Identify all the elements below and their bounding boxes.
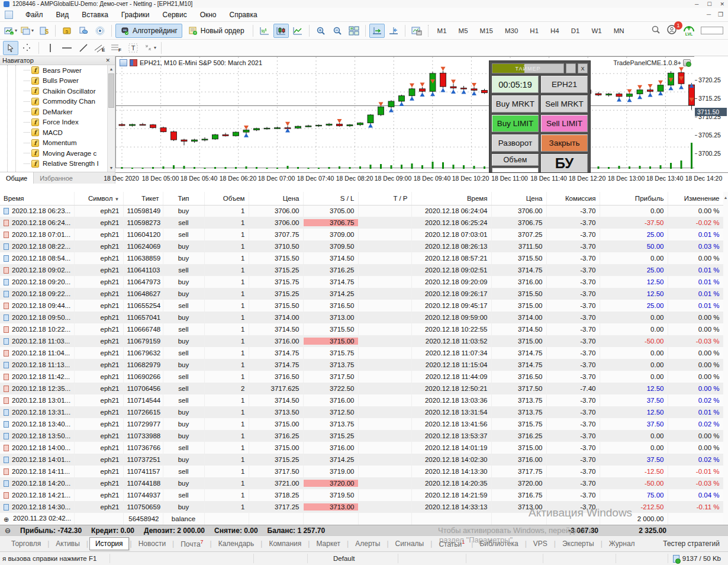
history-row[interactable]: 2020.12.18 08:22...eph21110624069buy1371… [0,240,723,252]
time-axis[interactable]: 18 Dec 202018 Dec 05:0018 Dec 05:4018 De… [115,172,728,183]
navigator-tab[interactable]: Общие [0,172,34,184]
toolbox-tab[interactable]: Эксперты [557,538,600,550]
symbol-button[interactable]: EPH21 [541,76,588,93]
history-row[interactable]: 2020.12.18 14:30...eph21110750659buy1371… [0,501,723,513]
sell-mrkt-button[interactable]: Sell MRKT [541,95,588,113]
chart-plot[interactable]: EPH21, M10 E-Mini S&P 500: March 2021 Tr… [115,56,694,168]
column-header[interactable]: Время [0,192,74,205]
mdi-minimize-icon[interactable]: ─ [707,11,711,18]
template-icon[interactable] [409,24,424,38]
history-row[interactable]: 2020.12.18 13:31...eph21110726615buy1371… [0,406,723,418]
chart-shift-icon[interactable] [386,24,401,38]
toolbox-tab[interactable]: Библиотека [474,538,523,550]
timeframe-button[interactable]: D1 [565,25,586,37]
toolbox-tab[interactable]: Торговля [6,538,46,550]
toolbox-tab[interactable]: Почта7 [175,537,208,550]
text-tool-icon[interactable]: T [125,41,141,55]
navigator-close-icon[interactable]: ✕ [103,57,112,63]
history-row[interactable]: 2020.12.18 09:22...eph21110648627buy1371… [0,288,723,300]
equidistant-channel-tool-icon[interactable]: E [92,41,108,55]
navigator-item[interactable]: fDeMarker [0,107,115,117]
history-row[interactable]: 2020.12.18 11:13...eph21110682979buy1371… [0,359,723,371]
history-row[interactable]: 2020.12.18 14:00...eph21110736766sell137… [0,442,723,454]
chart-profiles-button[interactable]: ▾ [20,24,35,38]
timeframe-button[interactable]: H1 [524,25,545,37]
timeframe-button[interactable]: M15 [474,25,499,37]
chart-area[interactable]: EPH21, M10 E-Mini S&P 500: March 2021 Tr… [115,56,728,184]
cursor-tool-icon[interactable] [3,41,18,55]
lvl-icon[interactable]: LVL [683,25,695,36]
navigator-item[interactable]: fCommodity Chan [0,97,115,107]
menu-item[interactable]: Графики [115,9,156,21]
collapse-icon[interactable]: ⊖ [5,527,11,535]
history-row[interactable]: 2020.12.18 11:04...eph21110679632sell137… [0,347,723,359]
timeframe-button[interactable]: M5 [453,25,474,37]
history-row[interactable]: 2020.12.18 08:54...eph21110638859buy1371… [0,252,723,264]
navigator-item[interactable]: fBears Power [0,65,115,76]
crosshair-tool-icon[interactable] [20,41,35,55]
toolbox-tab[interactable]: VPS [528,538,553,550]
minimize-icon[interactable]: ─ [695,1,698,7]
history-row[interactable]: ⊕2020.11.23 02:42...56458942balance2 000… [0,513,723,525]
column-header[interactable]: Комиссия [546,192,600,205]
column-header[interactable]: T / P [358,192,411,205]
menu-item[interactable]: Окно [194,9,223,21]
toolbox-tab[interactable]: Компания [263,538,307,550]
menu-item[interactable]: Сервис [156,9,194,21]
symbols-button[interactable]: $ [36,24,51,38]
column-header[interactable]: Цена [491,192,546,205]
navigator-scrollbar[interactable]: ▲ ▼ [107,65,115,172]
history-row[interactable]: 2020.12.18 09:02...eph21110641103sell137… [0,264,723,276]
algo-trading-button[interactable]: Алготрейдинг [115,24,182,38]
toolbox-tab[interactable]: Новости [133,538,171,550]
line-chart-button[interactable] [290,24,305,38]
column-header[interactable]: Прибыль [600,192,668,205]
arrows-tool-icon[interactable]: ▾ [142,41,157,55]
timeframe-button[interactable]: W1 [585,25,607,37]
navigator-item[interactable]: fMomentum [0,138,115,149]
buy-mrkt-button[interactable]: Buy MRKT [492,95,539,113]
history-row[interactable]: 2020.12.18 06:23...eph21110598149buy1370… [0,205,723,217]
candle-chart-button[interactable] [273,24,289,38]
profile-selector[interactable]: Default [333,555,355,562]
table-scrollbar[interactable]: ▲ [723,192,728,525]
panel-close-button[interactable]: X [578,63,588,73]
tile-windows-icon[interactable] [346,24,362,38]
toolbox-tab[interactable]: Маркет [311,538,346,550]
history-row[interactable]: 2020.12.18 14:11...eph21110741157sell137… [0,466,723,477]
zoom-in-icon[interactable] [313,24,328,38]
market-watch-button[interactable]: 5 [59,24,75,38]
history-row[interactable]: 2020.12.18 06:24...eph21110598273sell137… [0,217,723,229]
column-header[interactable]: Тикет [123,192,163,205]
price-axis[interactable]: 3720.253715.253710.253705.253700.253711.… [695,60,728,172]
menu-item[interactable]: Вставка [75,9,115,21]
timeframe-button[interactable]: M1 [431,25,453,37]
column-header[interactable]: S / L [303,192,358,205]
breakeven-button[interactable]: БУ [541,154,588,173]
navigator-item[interactable]: fBulls Power [0,76,115,86]
history-row[interactable]: 2020.12.18 14:01...eph21110737251buy1371… [0,454,723,466]
sell-limit-button[interactable]: Sell LIMIT [541,115,588,132]
toolbox-tab[interactable]: История [89,537,129,550]
column-header[interactable]: Объем [204,192,249,205]
column-header[interactable]: Изменение [668,192,723,205]
close-icon[interactable]: ✕ [720,1,724,7]
navigator-item[interactable]: fChaikin Oscillator [0,86,115,97]
history-row[interactable]: 2020.12.18 14:20...eph21110744188buy1372… [0,477,723,489]
timeframe-button[interactable]: MN [608,25,630,37]
history-row[interactable]: 2020.12.18 14:21...eph21110744937sell137… [0,489,723,501]
column-header[interactable]: Цена [249,192,303,205]
candlestick-chart[interactable] [116,57,695,169]
history-row[interactable]: 2020.12.18 09:20...eph21110647973buy1371… [0,276,723,288]
history-row[interactable]: 2020.12.18 11:03...eph21110679159buy1371… [0,335,723,347]
toolbox-tab[interactable]: Сигналы [390,538,430,550]
column-header[interactable]: Время [411,192,491,205]
navigator-item[interactable]: fRelative Strength I [0,159,115,169]
history-row[interactable]: 2020.12.18 13:01...eph21110714544sell137… [0,394,723,406]
history-row[interactable]: 2020.12.18 09:44...eph21110655254sell137… [0,300,723,312]
navigator-item[interactable]: fMoving Average c [0,148,115,159]
trendline-tool-icon[interactable] [76,41,91,55]
history-row[interactable]: 2020.12.18 11:42...eph21110690266sell137… [0,371,723,383]
strategy-tester-label[interactable]: Тестер стратегий [663,540,722,548]
navigator-tab[interactable]: Избранное [34,172,79,184]
